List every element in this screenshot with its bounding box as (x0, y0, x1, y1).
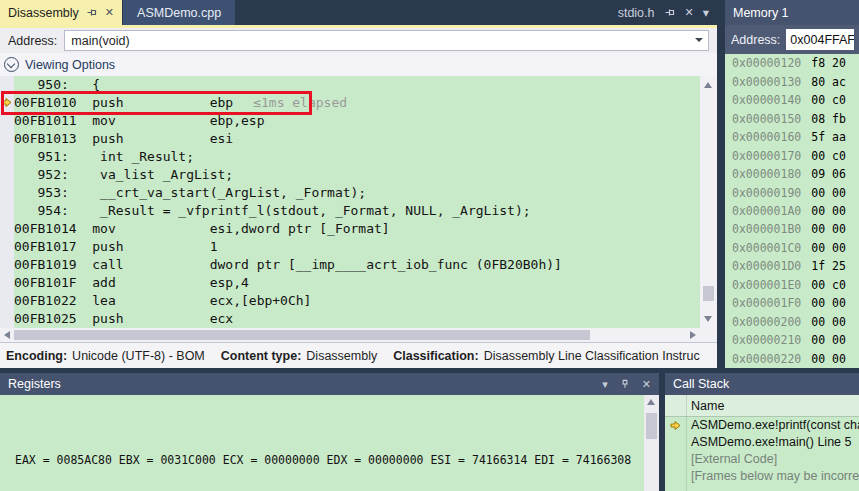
memory-address-input[interactable]: 0x004FFAF0 (786, 29, 854, 50)
memory-row[interactable]: 0x000001B000 00 (725, 220, 859, 238)
memory-row[interactable]: 0x0000019000 00 (725, 183, 859, 201)
memory-row-values: 08 fb (811, 112, 846, 126)
breakpoint-gutter[interactable] (0, 76, 14, 328)
disassembly-line[interactable]: 954: _Result = _vfprintf_l(stdout, _Form… (14, 202, 700, 220)
scrollbar-thumb[interactable] (646, 413, 657, 439)
call-stack-row[interactable]: [External Code] (665, 451, 859, 468)
memory-row[interactable]: 0x000001605f aa (725, 128, 859, 146)
vs-debugger-window: Disassembly ✕ ASMDemo.cpp stdio.h ✕ ▾ Ad… (0, 0, 859, 491)
disassembly-line[interactable]: 951: int _Result; (14, 148, 700, 166)
content-type-label: Content type: (221, 349, 302, 363)
call-stack-name-header[interactable]: Name (665, 395, 859, 417)
memory-row-values: 00 00 (811, 315, 846, 329)
memory-row[interactable]: 0x00000120f8 20 (725, 54, 859, 72)
memory-row-address: 0x00000130 (732, 75, 801, 89)
call-stack-row[interactable]: ASMDemo.exe!main() Line 5 (665, 434, 859, 451)
disassembly-line[interactable]: 950: { (14, 76, 700, 94)
registers-title-label: Registers (8, 377, 61, 391)
memory-row-address: 0x000001D0 (732, 259, 801, 273)
disassembly-line[interactable]: 00FB1022 lea ecx,[ebp+0Ch] (14, 292, 700, 310)
address-combobox[interactable]: main(void) (64, 30, 709, 51)
memory-row-address: 0x00000160 (732, 130, 801, 144)
current-frame-arrow-icon (670, 420, 681, 431)
chevron-down-icon[interactable] (695, 38, 703, 42)
registers-content[interactable]: EAX = 0085AC80 EBX = 0031C000 ECX = 0000… (0, 395, 644, 491)
memory-row[interactable]: 0x0000017000 c0 (725, 146, 859, 164)
scroll-left-arrow-icon[interactable] (4, 331, 10, 339)
vertical-scrollbar[interactable] (700, 76, 717, 328)
disassembly-line[interactable]: 00FB1025 push ecx (14, 310, 700, 328)
keep-open-icon[interactable] (664, 7, 676, 19)
memory-row-values: 00 00 (811, 222, 846, 236)
memory-row[interactable]: 0x0000018009 06 (725, 165, 859, 183)
scrollbar-thumb[interactable] (14, 330, 590, 340)
memory-panel-title[interactable]: Memory 1 (725, 0, 859, 25)
tab-asmdemo-cpp[interactable]: ASMDemo.cpp (123, 0, 235, 25)
tab-asmdemo-label: ASMDemo.cpp (137, 6, 221, 20)
scroll-down-arrow-icon[interactable] (704, 316, 712, 322)
memory-address-label: Address: (731, 33, 780, 47)
tab-disassembly[interactable]: Disassembly ✕ (0, 0, 122, 25)
pin-icon[interactable] (620, 379, 630, 389)
memory-row-values: 00 c0 (811, 149, 846, 163)
window-menu-chevron-icon[interactable]: ▾ (602, 378, 608, 391)
registers-panel-title[interactable]: Registers ▾ ✕ (0, 373, 659, 395)
memory-row[interactable]: 0x0000013080 ac (725, 72, 859, 90)
memory-row[interactable]: 0x000001A000 00 (725, 202, 859, 220)
scroll-up-arrow-icon[interactable] (647, 399, 655, 405)
close-icon[interactable]: ✕ (642, 378, 651, 391)
memory-row-address: 0x00000180 (732, 167, 801, 181)
pin-icon[interactable] (86, 7, 98, 19)
disassembly-line[interactable]: 952: va_list _ArgList; (14, 166, 700, 184)
memory-row[interactable]: 0x0000014000 c0 (725, 91, 859, 109)
tab-disassembly-label: Disassembly (8, 6, 79, 20)
horizontal-scrollbar[interactable] (0, 328, 700, 342)
memory-row[interactable]: 0x0000015008 fb (725, 109, 859, 127)
close-icon[interactable]: ✕ (685, 6, 694, 19)
scroll-up-arrow-icon[interactable] (704, 82, 712, 88)
call-stack-rows: ASMDemo.exe!printf(const char *ASMDemo.e… (665, 417, 859, 485)
viewing-options-label[interactable]: Viewing Options (25, 58, 115, 72)
disassembly-line[interactable]: 00FB1013 push esi (14, 130, 700, 148)
memory-row[interactable]: 0x0000022000 00 (725, 350, 859, 368)
disassembly-line[interactable]: 00FB1014 mov esi,dword ptr [_Format] (14, 220, 700, 238)
disassembly-text: 953: __crt_va_start(_ArgList, _Format); (14, 185, 366, 200)
memory-row-values: 00 c0 (811, 278, 846, 292)
memory-row[interactable]: 0x000001D01f 25 (725, 257, 859, 275)
call-stack-row[interactable]: [Frames below may be incorrect (665, 468, 859, 485)
call-stack-panel-title[interactable]: Call Stack (665, 373, 859, 395)
memory-row[interactable]: 0x0000021000 00 (725, 331, 859, 349)
memory-row[interactable]: 0x0000020000 00 (725, 313, 859, 331)
call-stack-row[interactable]: ASMDemo.exe!printf(const char * (665, 417, 859, 434)
current-statement-arrow-icon (1, 97, 12, 108)
disassembly-line[interactable]: 00FB101F add esp,4 (14, 274, 700, 292)
memory-title-label: Memory 1 (733, 6, 789, 20)
disassembly-line[interactable]: 00FB1017 push 1 (14, 238, 700, 256)
preview-tab-stdio-h[interactable]: stdio.h ✕ ▾ (610, 0, 717, 25)
call-stack-frame-text: [Frames below may be incorrect (691, 469, 859, 483)
perf-tip[interactable]: ≤1ms elapsed (253, 95, 347, 110)
disassembly-code-area[interactable]: 950: {00FB1010 push ebp≤1ms elapsed00FB1… (0, 76, 700, 328)
disassembly-line[interactable]: 00FB1019 call dword ptr [__imp____acrt_i… (14, 256, 700, 274)
memory-row[interactable]: 0x000001F000 00 (725, 294, 859, 312)
scrollbar-thumb[interactable] (703, 286, 714, 301)
memory-row[interactable]: 0x000001C000 00 (725, 239, 859, 257)
memory-row-address: 0x000001F0 (732, 296, 801, 310)
registers-panel: Registers ▾ ✕ EAX = 0085AC80 EBX = 0031C… (0, 373, 659, 491)
chevron-down-icon[interactable]: ▾ (703, 5, 709, 20)
close-icon[interactable]: ✕ (105, 6, 114, 19)
memory-row-address: 0x00000120 (732, 56, 801, 70)
memory-row[interactable]: 0x000001E000 c0 (725, 276, 859, 294)
address-value: main(void) (71, 34, 129, 48)
memory-panel: Memory 1 Address: 0x004FFAF0 0x00000120f… (725, 0, 859, 368)
disassembly-line[interactable]: 953: __crt_va_start(_ArgList, _Format); (14, 184, 700, 202)
disassembly-line[interactable]: 00FB1011 mov ebp,esp (14, 112, 700, 130)
vertical-scrollbar[interactable] (644, 395, 659, 491)
disassembly-editor-group: Disassembly ✕ ASMDemo.cpp stdio.h ✕ ▾ Ad… (0, 0, 717, 368)
disassembly-text: 00FB1013 push esi (14, 131, 233, 146)
collapse-chevron-icon[interactable] (4, 57, 19, 72)
disassembly-line[interactable]: 00FB1010 push ebp≤1ms elapsed (14, 94, 700, 112)
memory-row-address: 0x00000200 (732, 315, 801, 329)
scroll-right-arrow-icon[interactable] (690, 331, 696, 339)
disassembly-text: 00FB1014 mov esi,dword ptr [_Format] (14, 221, 390, 236)
